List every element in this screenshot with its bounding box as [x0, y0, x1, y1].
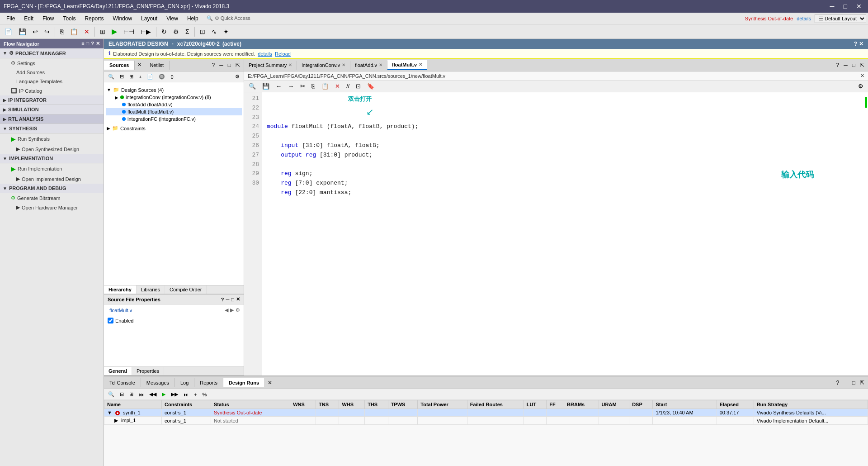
sfp-help[interactable]: ?: [221, 297, 224, 302]
dr-next-btn[interactable]: ▶▶: [169, 390, 180, 399]
nav-settings[interactable]: ⚙ Settings: [0, 58, 104, 68]
tree-file-btn[interactable]: 📄: [145, 72, 156, 81]
run-button[interactable]: ▶: [109, 25, 120, 38]
copy-button[interactable]: ⎘: [57, 26, 66, 37]
col-ff[interactable]: FF: [547, 400, 564, 409]
synth1-expand[interactable]: ▼: [107, 410, 112, 415]
code-save-btn[interactable]: 💾: [259, 81, 272, 91]
maximize-button[interactable]: □: [841, 2, 850, 11]
panel-max[interactable]: □: [226, 61, 233, 69]
tab-netlist[interactable]: Netlist: [144, 61, 170, 70]
tab-sources[interactable]: Sources: [104, 61, 135, 70]
tab-ps-close[interactable]: ✕: [288, 62, 292, 67]
design-runs-close[interactable]: ✕: [265, 379, 275, 387]
menu-help[interactable]: Help: [183, 14, 203, 23]
bp-float[interactable]: ⇱: [858, 380, 866, 386]
synthesis-details-link[interactable]: details: [797, 16, 811, 21]
col-constraints[interactable]: Constraints: [162, 400, 211, 409]
menu-window[interactable]: Window: [108, 14, 137, 23]
tab-ic-close[interactable]: ✕: [342, 62, 345, 67]
sources-close[interactable]: ✕: [135, 61, 144, 69]
warning-reload-link[interactable]: Reload: [275, 51, 291, 57]
sfp-enabled-checkbox[interactable]: [108, 318, 113, 323]
col-brams[interactable]: BRAMs: [564, 400, 599, 409]
panel-help[interactable]: ?: [210, 61, 217, 69]
copy2-button[interactable]: ⊞: [97, 26, 108, 37]
delete-button[interactable]: ✕: [81, 26, 92, 37]
code-uncomment-btn[interactable]: ⊡: [353, 81, 363, 91]
table-row-synth1[interactable]: ▼ ● synth_1 constrs_1 Synthesis Out-of-d…: [104, 409, 868, 417]
menu-layout[interactable]: Layout: [137, 14, 162, 23]
code-copy-btn[interactable]: ⎘: [309, 81, 318, 91]
dr-add-btn[interactable]: +: [192, 390, 199, 399]
code-cut-btn[interactable]: ✂: [297, 81, 308, 91]
constraints-header[interactable]: ▶ 📁 Constraints: [106, 124, 242, 132]
elab-help[interactable]: ?: [854, 41, 857, 47]
nav-open-synth[interactable]: ▶ Open Synthesized Design: [0, 144, 104, 154]
tree-add-btn[interactable]: +: [137, 73, 144, 81]
new-file-button[interactable]: 📄: [2, 26, 15, 37]
refresh-button[interactable]: ↻: [159, 26, 170, 37]
flow-nav-float[interactable]: □: [86, 41, 90, 47]
tab-design-runs[interactable]: Design Runs: [223, 378, 265, 387]
impl1-expand[interactable]: ▶: [114, 418, 118, 423]
editor-float[interactable]: ⇱: [858, 62, 866, 68]
sfp-subtab-general[interactable]: General: [104, 367, 132, 375]
tree-item-floatadd[interactable]: floatAdd (floatAdd.v): [106, 101, 242, 108]
nav-open-hw[interactable]: ▶ Open Hardware Manager: [0, 203, 104, 212]
code-content[interactable]: module floatMult (floatA, floatB, produc…: [262, 92, 868, 376]
save-button[interactable]: 💾: [16, 26, 29, 37]
debug-button[interactable]: ⊡: [197, 26, 208, 37]
col-name[interactable]: Name: [104, 400, 162, 409]
editor-max[interactable]: □: [850, 62, 857, 68]
nav-run-synthesis[interactable]: ▶ Run Synthesis: [0, 133, 104, 144]
layout-select[interactable]: ☰ Default Layout: [815, 14, 866, 23]
menu-reports[interactable]: Reports: [80, 14, 108, 23]
tree-item-floatmult[interactable]: floatMult (floatMult.v): [106, 108, 242, 115]
menu-view[interactable]: View: [162, 14, 183, 23]
subtab-libraries[interactable]: Libraries: [137, 285, 165, 294]
tab-reports[interactable]: Reports: [194, 378, 223, 387]
col-strategy[interactable]: Run Strategy: [754, 400, 868, 409]
flow-nav-pin[interactable]: ≡: [81, 41, 84, 47]
sfp-min[interactable]: ─: [226, 297, 230, 302]
col-whs[interactable]: WHS: [339, 400, 365, 409]
sfp-subtab-properties[interactable]: Properties: [132, 367, 164, 375]
step2-button[interactable]: ⊢▶: [138, 26, 154, 37]
subtab-compile-order[interactable]: Compile Order: [165, 285, 207, 294]
minimize-button[interactable]: ─: [827, 2, 837, 11]
tab-log[interactable]: Log: [175, 378, 194, 387]
nav-open-impl[interactable]: ▶ Open Implemented Design: [0, 174, 104, 184]
code-bookmark-btn[interactable]: 🔖: [364, 81, 377, 91]
dr-first-btn[interactable]: ⏮: [137, 390, 146, 399]
tab-fa-close[interactable]: ✕: [379, 62, 382, 67]
pgm-header[interactable]: ▼ PROGRAM AND DEBUG: [0, 184, 104, 193]
report-button[interactable]: Σ: [183, 26, 192, 37]
tree-collapse-btn[interactable]: ⊟: [118, 72, 126, 81]
flow-nav-close[interactable]: ✕: [96, 41, 100, 47]
dr-expand-btn[interactable]: ⊞: [127, 390, 136, 399]
tree-filter-btn[interactable]: 🔘: [156, 72, 167, 81]
elab-close[interactable]: ✕: [859, 41, 863, 47]
tab-tcl-console[interactable]: Tcl Console: [104, 378, 141, 387]
sfp-next-btn[interactable]: ▶: [230, 307, 234, 313]
tab-fm-close[interactable]: ✕: [419, 62, 422, 67]
close-button[interactable]: ✕: [854, 2, 864, 11]
nav-gen-bitstream[interactable]: ⚙ Generate Bitstream: [0, 193, 104, 203]
simulation-header[interactable]: ▶ SIMULATION: [0, 105, 104, 114]
tab-floatadd[interactable]: floatAdd.v ✕: [350, 61, 387, 70]
menu-flow[interactable]: Flow: [38, 14, 58, 23]
menu-tools[interactable]: Tools: [58, 14, 80, 23]
col-tpws[interactable]: TPWS: [388, 400, 418, 409]
col-uram[interactable]: URAM: [599, 400, 629, 409]
nav-run-impl[interactable]: ▶ Run Implementation: [0, 163, 104, 174]
sfp-prev-btn[interactable]: ◀: [225, 307, 228, 313]
table-row-impl1[interactable]: ▶ impl_1 constrs_1 Not started: [104, 417, 868, 425]
sfp-max[interactable]: □: [231, 297, 234, 302]
impl-header[interactable]: ▼ IMPLEMENTATION: [0, 154, 104, 163]
menu-file[interactable]: File: [2, 14, 19, 23]
tree-search-btn[interactable]: 🔍: [106, 72, 117, 81]
col-lut[interactable]: LUT: [524, 400, 546, 409]
tree-expand-btn[interactable]: ⊞: [127, 72, 136, 81]
menu-edit[interactable]: Edit: [19, 14, 38, 23]
